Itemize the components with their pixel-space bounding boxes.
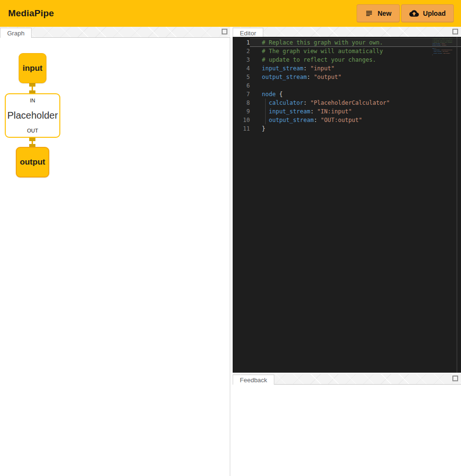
code-token: output_stream xyxy=(434,53,442,54)
tab-editor-label: Editor xyxy=(240,30,256,37)
code-token: node xyxy=(262,91,276,98)
code-line-11[interactable]: 11} xyxy=(233,124,461,133)
placeholder-node-label: Placeholder xyxy=(7,110,58,121)
code-lines: 1# Replace this graph with your own.2# T… xyxy=(233,38,461,133)
indent-guide xyxy=(265,99,266,124)
code-token: : xyxy=(307,74,314,80)
placeholder-out-label: OUT xyxy=(27,128,38,133)
line-number: 4 xyxy=(233,64,250,73)
code-line-7[interactable]: 7node { xyxy=(233,90,461,99)
line-number: 7 xyxy=(233,90,250,99)
graph-panel: Graph input IN Placeholder OUT output xyxy=(0,27,230,476)
code-line-content: calculator: "PlaceholderCalculator" xyxy=(250,99,461,107)
line-number: 9 xyxy=(233,107,250,116)
code-line-content: input_stream: "IN:input" xyxy=(250,107,461,116)
code-token: # Replace this graph with your own. xyxy=(262,39,383,46)
input-node-label: input xyxy=(22,64,43,73)
notes-icon xyxy=(365,9,373,18)
code-token: output_stream xyxy=(432,44,440,46)
placeholder-in-label: IN xyxy=(30,98,35,103)
line-number: 8 xyxy=(233,99,250,107)
code-line-content: input_stream: "input" xyxy=(250,64,461,73)
new-button[interactable]: New xyxy=(357,4,400,22)
editor-maximize-icon[interactable] xyxy=(452,29,458,34)
code-line-content: # The graph view will automatically xyxy=(250,47,461,55)
code-line-4[interactable]: 4input_stream: "input" xyxy=(233,64,461,73)
code-token: # The graph view will automatically xyxy=(262,48,383,55)
tab-graph-label: Graph xyxy=(7,30,24,37)
graph-node-output[interactable]: output xyxy=(16,147,49,177)
tab-feedback-label: Feedback xyxy=(240,376,267,384)
code-token: } xyxy=(432,54,433,55)
code-line-1[interactable]: 1# Replace this graph with your own. xyxy=(233,38,461,47)
code-line-content: output_stream: "output" xyxy=(250,73,461,81)
code-token: "OUT:output" xyxy=(443,53,450,54)
minimap-line: output_stream: "OUT:output" xyxy=(432,52,452,54)
code-token: input_stream xyxy=(269,108,310,115)
code-token: calculator xyxy=(269,100,303,106)
code-token: # update to reflect your changes. xyxy=(262,56,376,63)
app-header: MediaPipe New Upload xyxy=(0,0,461,27)
code-line-content: # update to reflect your changes. xyxy=(250,55,461,64)
new-button-label: New xyxy=(378,10,392,17)
output-node-label: output xyxy=(20,157,45,167)
code-line-10[interactable]: 10 output_stream: "OUT:output" xyxy=(233,116,461,124)
tab-feedback[interactable]: Feedback xyxy=(233,375,274,385)
overview-ruler xyxy=(457,37,457,373)
cloud-upload-icon xyxy=(409,9,419,18)
editor-tabbar: Editor xyxy=(233,27,461,38)
feedback-content xyxy=(233,385,461,476)
code-token: "input" xyxy=(310,65,335,72)
editor-minimap[interactable]: # Replace this graph with your own.# The… xyxy=(432,38,452,60)
tab-editor[interactable]: Editor xyxy=(233,28,263,38)
code-line-content: node { xyxy=(250,90,461,99)
code-line-6[interactable]: 6 xyxy=(233,81,461,90)
app-title: MediaPipe xyxy=(8,8,54,19)
line-number: 1 xyxy=(233,38,250,47)
code-line-content xyxy=(250,81,461,90)
code-token: input_stream xyxy=(262,65,304,72)
code-line-content: } xyxy=(250,124,461,133)
minimap-line: } xyxy=(432,54,452,55)
code-editor[interactable]: 1# Replace this graph with your own.2# T… xyxy=(233,37,461,373)
code-line-5[interactable]: 5output_stream: "output" xyxy=(233,73,461,81)
line-number: 3 xyxy=(233,55,250,64)
graph-node-placeholder[interactable]: IN Placeholder OUT xyxy=(5,93,60,138)
code-token: : xyxy=(314,117,320,123)
graph-node-input[interactable]: input xyxy=(19,53,46,83)
line-number: 6 xyxy=(233,81,250,90)
code-token: : xyxy=(304,100,310,106)
code-token: "output" xyxy=(314,74,341,80)
code-line-8[interactable]: 8 calculator: "PlaceholderCalculator" xyxy=(233,99,461,107)
feedback-panel: Feedback xyxy=(233,374,461,476)
code-token: output_stream xyxy=(269,117,314,123)
minimap-content: # Replace this graph with your own.# The… xyxy=(432,38,452,55)
code-token: : xyxy=(304,65,310,72)
tab-graph[interactable]: Graph xyxy=(0,28,32,38)
header-buttons: New Upload xyxy=(357,4,454,22)
code-token: "OUT:output" xyxy=(321,117,362,123)
code-token: { xyxy=(276,91,282,98)
line-number: 2 xyxy=(233,47,250,55)
code-token: output_stream xyxy=(262,74,307,80)
feedback-maximize-icon[interactable] xyxy=(452,376,458,381)
line-number: 5 xyxy=(233,73,250,81)
code-token: "output" xyxy=(442,44,447,46)
code-token: "PlaceholderCalculator" xyxy=(310,100,390,106)
upload-button[interactable]: Upload xyxy=(401,4,454,22)
code-line-3[interactable]: 3# update to reflect your changes. xyxy=(233,55,461,64)
code-line-9[interactable]: 9 input_stream: "IN:input" xyxy=(233,107,461,116)
code-token: } xyxy=(262,125,265,132)
upload-button-label: Upload xyxy=(423,10,446,17)
line-number: 11 xyxy=(233,124,250,133)
code-line-content: output_stream: "OUT:output" xyxy=(250,116,461,124)
graph-tabbar: Graph xyxy=(0,27,230,38)
graph-canvas[interactable]: input IN Placeholder OUT output xyxy=(0,38,230,476)
line-number: 10 xyxy=(233,116,250,124)
graph-maximize-icon[interactable] xyxy=(222,29,227,34)
code-line-content: # Replace this graph with your own. xyxy=(250,38,461,47)
code-token: : xyxy=(310,108,317,115)
editor-panel: Editor 1# Replace this graph with your o… xyxy=(233,27,461,373)
code-line-2[interactable]: 2# The graph view will automatically xyxy=(233,47,461,55)
code-token: "IN:input" xyxy=(317,108,352,115)
